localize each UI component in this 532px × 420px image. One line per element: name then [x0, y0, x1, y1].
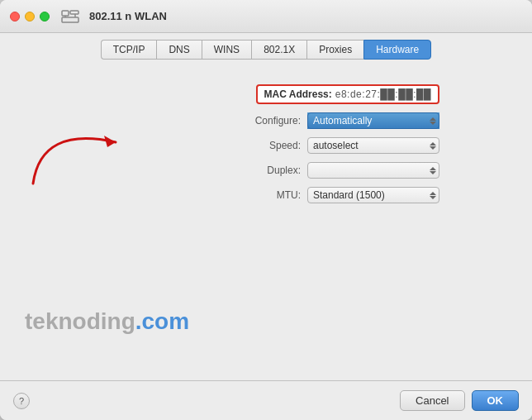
tab-wins[interactable]: WINS: [202, 40, 251, 60]
window-icon: [61, 10, 79, 23]
duplex-label: Duplex:: [235, 165, 301, 176]
duplex-select[interactable]: Half-duplex Full-duplex: [307, 162, 439, 179]
window-title: 802.11 n WLAN: [89, 10, 167, 22]
speed-label: Speed:: [235, 140, 301, 151]
speed-select[interactable]: autoselect 10baseT/UTP 100baseTX: [307, 137, 439, 154]
svg-marker-5: [104, 136, 116, 147]
tab-dns[interactable]: DNS: [156, 40, 201, 60]
cancel-button[interactable]: Cancel: [400, 390, 464, 411]
mac-address-value: e8:de:27:██:██:██: [335, 88, 431, 100]
minimize-button[interactable]: [25, 12, 35, 21]
mtu-select[interactable]: Standard (1500) Jumbo (9000) Custom: [307, 187, 439, 203]
maximize-button[interactable]: [40, 12, 50, 21]
tab-hardware[interactable]: Hardware: [363, 40, 431, 60]
configure-label: Configure:: [235, 115, 301, 126]
mac-address-box: MAC Address: e8:de:27:██:██:██: [256, 84, 439, 104]
mtu-label: MTU:: [235, 189, 301, 201]
duplex-select-wrapper: Half-duplex Full-duplex: [307, 162, 439, 179]
mtu-row: MTU: Standard (1500) Jumbo (9000) Custom: [93, 187, 439, 203]
ok-button[interactable]: OK: [472, 390, 520, 411]
tab-8021x[interactable]: 802.1X: [251, 40, 306, 60]
tab-proxies[interactable]: Proxies: [306, 40, 363, 60]
watermark-domain: .com: [135, 308, 189, 334]
mac-address-label: MAC Address:: [264, 88, 332, 100]
svg-rect-1: [70, 11, 78, 14]
tab-tcpip[interactable]: TCP/IP: [101, 40, 157, 60]
speed-select-wrapper: autoselect 10baseT/UTP 100baseTX: [307, 137, 439, 154]
content-area: MAC Address: e8:de:27:██:██:██ Configure…: [0, 60, 532, 380]
watermark: teknoding.com: [25, 308, 189, 335]
mac-address-row: MAC Address: e8:de:27:██:██:██: [93, 84, 439, 104]
configure-row: Configure: Automatically Manually: [93, 112, 439, 129]
svg-rect-0: [62, 11, 69, 16]
configure-select-wrapper: Automatically Manually: [307, 112, 439, 129]
bottom-bar: ? Cancel OK: [0, 380, 532, 420]
close-button[interactable]: [10, 12, 20, 21]
traffic-lights: [10, 12, 50, 21]
svg-rect-2: [62, 17, 78, 22]
main-window: 802.11 n WLAN TCP/IP DNS WINS 802.1X Pro…: [0, 0, 532, 420]
duplex-row: Duplex: Half-duplex Full-duplex: [93, 162, 439, 179]
tab-bar: TCP/IP DNS WINS 802.1X Proxies Hardware: [0, 33, 532, 60]
speed-row: Speed: autoselect 10baseT/UTP 100baseTX: [93, 137, 439, 154]
watermark-text: teknoding: [25, 308, 135, 334]
help-button[interactable]: ?: [13, 393, 30, 409]
titlebar: 802.11 n WLAN: [0, 0, 532, 33]
configure-select[interactable]: Automatically Manually: [307, 112, 439, 129]
form-area: MAC Address: e8:de:27:██:██:██ Configure…: [93, 84, 439, 203]
mtu-select-wrapper: Standard (1500) Jumbo (9000) Custom: [307, 187, 439, 203]
bottom-buttons: Cancel OK: [400, 390, 519, 411]
arrow-annotation: [25, 109, 132, 192]
